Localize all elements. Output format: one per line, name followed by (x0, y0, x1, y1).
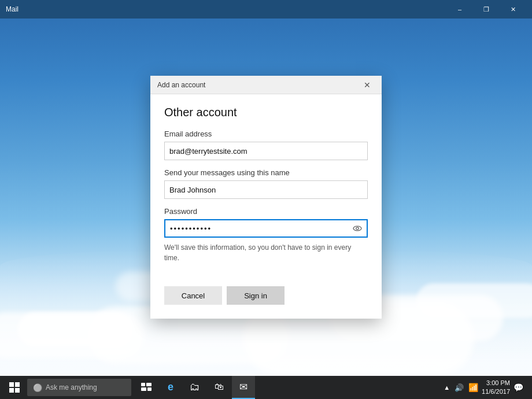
svg-rect-3 (15, 382, 20, 387)
show-password-icon[interactable] (352, 223, 363, 234)
edge-button[interactable]: e (159, 376, 182, 399)
store-button[interactable]: 🛍 (208, 376, 231, 399)
cancel-button[interactable]: Cancel (164, 286, 222, 305)
explorer-button[interactable]: 🗂 (183, 376, 206, 399)
dialog-titlebar: Add an account ✕ (150, 76, 382, 94)
save-note: We'll save this information, so you don'… (164, 242, 368, 263)
mail-button[interactable]: ✉ (232, 376, 255, 399)
search-placeholder: Ask me anything (46, 383, 97, 391)
maximize-button[interactable]: ❐ (473, 0, 500, 19)
task-view-button[interactable] (135, 376, 158, 399)
name-label: Send your messages using this name (164, 168, 368, 177)
password-label: Password (164, 207, 368, 216)
password-field-group (164, 219, 368, 238)
email-input[interactable] (164, 142, 368, 160)
svg-rect-5 (15, 388, 20, 393)
svg-rect-9 (147, 387, 152, 391)
taskbar: ⚪ Ask me anything e 🗂 🛍 (0, 376, 532, 399)
email-label: Email address (164, 130, 368, 138)
taskbar-system: ▲ 🔊 📶 3:00 PM 11/6/2017 💬 (444, 379, 529, 397)
desktop: Mail – ❐ ✕ Add an account ✕ Other accoun… (0, 0, 532, 399)
system-clock[interactable]: 3:00 PM 11/6/2017 (482, 379, 510, 397)
dialog-footer: Cancel Sign in (150, 277, 382, 319)
svg-rect-8 (141, 387, 146, 391)
app-close-button[interactable]: ✕ (500, 0, 526, 19)
app-titlebar: Mail – ❐ ✕ (0, 0, 532, 19)
app-title: Mail (6, 5, 446, 13)
taskbar-apps: e 🗂 🛍 ✉ (135, 376, 255, 399)
clock-date: 11/6/2017 (482, 387, 510, 396)
dialog-overlay: Add an account ✕ Other account Email add… (0, 19, 532, 376)
dialog-content: Other account Email address Send your me… (150, 94, 382, 277)
taskbar-search[interactable]: ⚪ Ask me anything (27, 379, 131, 396)
notification-icon[interactable]: 💬 (513, 383, 523, 392)
svg-point-1 (356, 227, 359, 230)
add-account-dialog: Add an account ✕ Other account Email add… (150, 76, 382, 319)
password-input[interactable] (164, 219, 368, 238)
window-controls: – ❐ ✕ (446, 0, 526, 19)
svg-rect-6 (141, 383, 145, 386)
chevron-up-icon[interactable]: ▲ (444, 384, 450, 391)
dialog-heading: Other account (164, 106, 368, 119)
system-tray-icons: ▲ 🔊 📶 (444, 383, 478, 392)
svg-rect-4 (9, 388, 14, 393)
search-icon: ⚪ (33, 383, 42, 392)
network-icon[interactable]: 📶 (468, 383, 478, 392)
dialog-title-text: Add an account (157, 81, 360, 89)
svg-rect-7 (146, 383, 152, 386)
dialog-close-button[interactable]: ✕ (360, 77, 375, 93)
sign-in-button[interactable]: Sign in (227, 286, 285, 305)
minimize-button[interactable]: – (446, 0, 473, 19)
clock-time: 3:00 PM (482, 379, 510, 387)
start-button[interactable] (3, 376, 26, 399)
name-input[interactable] (164, 180, 368, 199)
speaker-icon[interactable]: 🔊 (455, 383, 464, 392)
svg-rect-2 (9, 382, 14, 387)
